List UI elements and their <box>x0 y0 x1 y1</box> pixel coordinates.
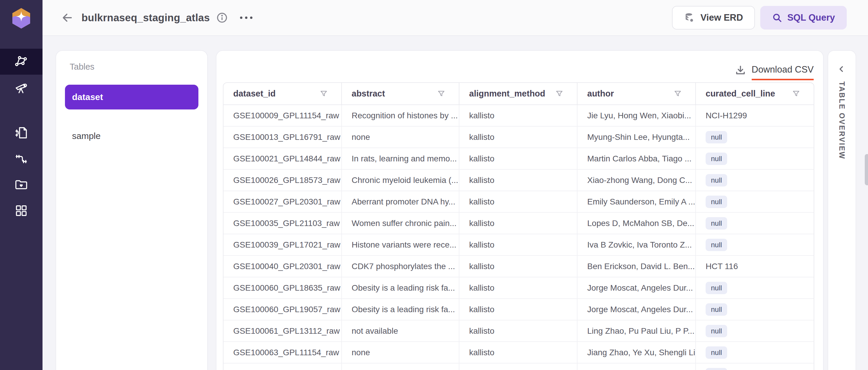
column-header-label: author <box>587 89 614 99</box>
tables-item-dataset[interactable]: dataset <box>65 85 198 109</box>
sidebar-item-collections[interactable] <box>0 172 42 198</box>
cell-alignment-method: kallisto <box>459 127 578 147</box>
cell-dataset-id: GSE100064_GPL11154_raw <box>223 364 342 370</box>
table-row[interactable]: GSE100064_GPL11154_raw none kallisto Hui… <box>223 364 814 370</box>
sidebar-item-pipeline[interactable] <box>0 146 42 172</box>
cell-curated-cell-line: null <box>696 191 814 212</box>
back-button[interactable] <box>61 11 74 24</box>
table-row[interactable]: GSE100040_GPL20301_raw CDK7 phosphorylat… <box>223 256 814 277</box>
column-header: abstract <box>342 83 459 104</box>
table-row[interactable]: GSE100026_GPL18573_raw Chronic myeloid l… <box>223 170 814 191</box>
cell-alignment-method: kallisto <box>459 321 578 341</box>
cell-dataset-id: GSE100061_GPL13112_raw <box>223 321 342 341</box>
sidebar-item-file-settings[interactable] <box>0 120 42 146</box>
cell-curated-cell-line: null <box>696 321 814 341</box>
table-row[interactable]: GSE100060_GPL18635_raw Obesity is a lead… <box>223 277 814 299</box>
sidebar-item-explore[interactable] <box>0 75 42 101</box>
cell-alignment-method: kallisto <box>459 170 578 191</box>
table-row[interactable]: GSE100027_GPL20301_raw Aberrant promoter… <box>223 191 814 213</box>
funnel-filter-icon[interactable] <box>320 90 328 98</box>
table-row[interactable]: GSE100035_GPL21103_raw Women suffer chro… <box>223 213 814 234</box>
apps-grid-icon <box>14 204 28 217</box>
cell-curated-cell-line: HCT 116 <box>696 256 814 277</box>
null-badge: null <box>706 346 727 359</box>
cell-author: Jorge Moscat, Angeles Dur... <box>578 299 696 320</box>
ellipsis-icon[interactable] <box>240 16 252 19</box>
null-badge: null <box>706 368 727 370</box>
collapse-panel-button[interactable] <box>837 64 847 75</box>
sidebar-item-apps[interactable] <box>0 198 42 224</box>
info-icon[interactable] <box>216 12 228 23</box>
cell-abstract: Histone variants were rece... <box>342 234 459 255</box>
funnel-filter-icon[interactable] <box>555 90 563 98</box>
tables-panel: Tables dataset sample <box>56 50 208 370</box>
page-title: bulkrnaseq_staging_atlas <box>82 12 210 24</box>
cell-author: Jiang Zhao, Ye Xu, Shengli Li <box>578 342 696 363</box>
cell-abstract: Recognition of histones by ... <box>342 105 459 126</box>
table-overview-label: TABLE OVERVIEW <box>838 81 846 160</box>
sql-query-label: SQL Query <box>787 12 835 23</box>
cell-curated-cell-line: null <box>696 342 814 363</box>
cell-curated-cell-line: null <box>696 170 814 191</box>
cell-alignment-method: kallisto <box>459 277 578 298</box>
search-icon <box>772 13 782 23</box>
table-row[interactable]: GSE100063_GPL11154_raw none kallisto Jia… <box>223 342 814 364</box>
cell-dataset-id: GSE100013_GPL16791_raw <box>223 127 342 147</box>
cell-abstract: In rats, learning and memo... <box>342 148 459 169</box>
cell-author: Lopes D, McMahon SB, De... <box>578 213 696 234</box>
arrow-left-icon <box>61 12 73 24</box>
cell-curated-cell-line: null <box>696 148 814 169</box>
cell-abstract: Women suffer chronic pain... <box>342 213 459 234</box>
null-badge: null <box>706 196 727 208</box>
cell-dataset-id: GSE100060_GPL19057_raw <box>223 299 342 320</box>
cell-dataset-id: GSE100060_GPL18635_raw <box>223 277 342 298</box>
cell-alignment-method: kallisto <box>459 148 578 169</box>
cell-dataset-id: GSE100021_GPL14844_raw <box>223 148 342 169</box>
column-header-label: dataset_id <box>233 89 275 99</box>
cell-dataset-id: GSE100027_GPL20301_raw <box>223 191 342 212</box>
view-erd-button[interactable]: View ERD <box>672 6 755 30</box>
top-bar: bulkrnaseq_staging_atlas View ERD SQL Qu… <box>42 0 868 36</box>
sidebar-item-model-graph[interactable] <box>0 49 42 75</box>
table-row[interactable]: GSE100061_GPL13112_raw not available kal… <box>223 321 814 342</box>
sql-query-button[interactable]: SQL Query <box>760 6 847 30</box>
cell-dataset-id: GSE100063_GPL11154_raw <box>223 342 342 363</box>
funnel-filter-icon[interactable] <box>674 90 682 98</box>
table-row[interactable]: GSE100021_GPL14844_raw In rats, learning… <box>223 148 814 170</box>
table-row[interactable]: GSE100013_GPL16791_raw none kallisto Myu… <box>223 127 814 148</box>
data-table-card: Download CSV dataset_id abstract alignme… <box>216 50 824 370</box>
funnel-filter-icon[interactable] <box>792 90 800 98</box>
cell-alignment-method: kallisto <box>459 256 578 277</box>
cell-author: Myung-Shin Lee, Hyungta... <box>578 127 696 147</box>
tables-item-sample[interactable]: sample <box>65 124 198 148</box>
table-row[interactable]: GSE100060_GPL19057_raw Obesity is a lead… <box>223 299 814 321</box>
app-logo-icon <box>10 6 32 30</box>
null-badge: null <box>706 174 727 187</box>
cell-dataset-id: GSE100009_GPL11154_raw <box>223 105 342 126</box>
grid-header: dataset_id abstract alignment_method aut… <box>223 83 814 105</box>
table-row[interactable]: GSE100009_GPL11154_raw Recognition of hi… <box>223 105 814 127</box>
table-row[interactable]: GSE100039_GPL17021_raw Histone variants … <box>223 234 814 256</box>
cell-curated-cell-line: NCI-H1299 <box>696 105 814 126</box>
funnel-filter-icon[interactable] <box>437 90 445 98</box>
cell-alignment-method: kallisto <box>459 364 578 370</box>
graph-model-icon <box>14 55 28 68</box>
folder-heart-icon <box>14 178 28 192</box>
column-header: author <box>578 83 696 104</box>
vertical-scrollbar-thumb[interactable] <box>865 154 868 185</box>
cell-curated-cell-line: null <box>696 234 814 255</box>
cell-abstract: Chronic myeloid leukemia (... <box>342 170 459 191</box>
cell-alignment-method: kallisto <box>459 191 578 212</box>
null-badge: null <box>706 325 727 337</box>
cell-alignment-method: kallisto <box>459 299 578 320</box>
column-header-label: curated_cell_line <box>706 89 775 99</box>
grid-body: GSE100009_GPL11154_raw Recognition of hi… <box>223 105 814 370</box>
cell-author: Jie Lyu, Hong Wen, Xiaobi... <box>578 105 696 126</box>
download-csv-button[interactable]: Download CSV <box>735 64 814 80</box>
cell-alignment-method: kallisto <box>459 105 578 126</box>
cell-author: Ben Erickson, David L. Ben... <box>578 256 696 277</box>
null-badge: null <box>706 303 727 316</box>
cell-dataset-id: GSE100040_GPL20301_raw <box>223 256 342 277</box>
cell-abstract: not available <box>342 321 459 341</box>
cell-abstract: none <box>342 127 459 147</box>
